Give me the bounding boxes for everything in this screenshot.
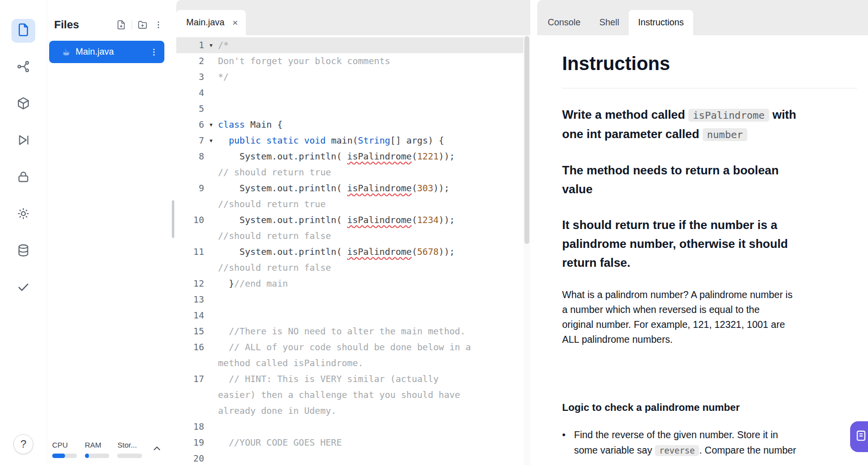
- fold-arrow-icon[interactable]: ▾: [204, 37, 218, 53]
- code-line[interactable]: 4: [176, 85, 530, 101]
- fold-spacer: [204, 180, 218, 196]
- fold-spacer: [204, 403, 218, 419]
- logic-heading: Logic to check a palindrome number: [562, 401, 857, 413]
- code-line[interactable]: 14: [176, 308, 530, 323]
- fold-spacer: [204, 419, 218, 435]
- tab-instructions[interactable]: Instructions: [629, 10, 693, 35]
- code-line[interactable]: 2Don't forget your block comments: [176, 53, 530, 69]
- code-text: // HINT: This is VERY similar (actually: [218, 371, 530, 387]
- code-line[interactable]: 18: [176, 419, 530, 435]
- version-control-button[interactable]: [11, 56, 35, 79]
- fold-spacer: [204, 451, 218, 465]
- code-line[interactable]: 9 System.out.println( isPalindrome(303))…: [176, 180, 530, 196]
- line-number: 2: [176, 53, 204, 69]
- code-line[interactable]: 11 System.out.println( isPalindrome(5678…: [176, 244, 530, 260]
- code-line[interactable]: 19 //YOUR CODE GOES HERE: [176, 435, 530, 451]
- right-pane: Console Shell Instructions Instructions …: [537, 0, 868, 465]
- storage-bar: [117, 454, 142, 458]
- code-editor[interactable]: 1▾/*2Don't forget your block comments3*/…: [176, 35, 530, 465]
- code-line[interactable]: 12 }//end main: [176, 276, 530, 292]
- code-text: /*: [218, 37, 530, 53]
- line-number: 3: [176, 69, 204, 85]
- fold-arrow-icon[interactable]: ▾: [204, 133, 218, 149]
- close-tab-icon[interactable]: ×: [232, 18, 238, 27]
- code-text: [218, 308, 530, 323]
- fold-spacer: [204, 244, 218, 260]
- code-line[interactable]: already done in Udemy.: [176, 403, 530, 419]
- task-statement: Write a method called isPalindrome with …: [562, 105, 857, 144]
- code-text: public static void main(String[] args) {: [218, 133, 530, 149]
- code-line[interactable]: //should return false: [176, 228, 530, 244]
- code-line[interactable]: 1▾/*: [176, 37, 530, 53]
- code-line[interactable]: 15 //There is NO need to alter the main …: [176, 323, 530, 339]
- fold-arrow-icon[interactable]: ▾: [204, 117, 218, 133]
- assistant-button[interactable]: [850, 421, 868, 452]
- database-button[interactable]: [11, 239, 35, 263]
- instructions-heading: Instructions: [562, 53, 857, 75]
- code-line[interactable]: 7▾ public static void main(String[] args…: [176, 133, 530, 149]
- code-line[interactable]: 6▾class Main {: [176, 117, 530, 133]
- code-line[interactable]: 16 // ALL of your code should be done be…: [176, 339, 530, 355]
- code-text: }//end main: [218, 276, 530, 292]
- editor-pane: Main.java × 1▾/*2Don't forget your block…: [176, 0, 530, 465]
- code-line[interactable]: 20: [176, 451, 530, 465]
- file-item-main-java[interactable]: ☕ Main.java: [49, 41, 164, 63]
- new-file-button[interactable]: [113, 17, 129, 33]
- code-line[interactable]: 17 // HINT: This is VERY similar (actual…: [176, 371, 530, 387]
- help-button[interactable]: ?: [13, 434, 33, 454]
- code-line[interactable]: // should return true: [176, 164, 530, 180]
- header-divider: [132, 20, 132, 29]
- code-line[interactable]: easier) then a challenge that you should…: [176, 387, 530, 403]
- code-line[interactable]: 3*/: [176, 69, 530, 85]
- new-folder-button[interactable]: [135, 17, 150, 33]
- editor-tab-title: Main.java: [186, 17, 224, 28]
- panel-resize-handle[interactable]: [170, 0, 176, 465]
- line-number: [176, 387, 204, 403]
- code-line[interactable]: method called isPalindrome.: [176, 355, 530, 371]
- code-line[interactable]: 10 System.out.println( isPalindrome(1234…: [176, 212, 530, 228]
- question-icon: ?: [20, 438, 26, 451]
- code-line[interactable]: 13: [176, 292, 530, 308]
- line-number: 5: [176, 101, 204, 117]
- packages-button[interactable]: [11, 92, 35, 116]
- files-panel: Files ☕ Main.java CPU RAM Stor...: [47, 0, 170, 465]
- file-menu-button[interactable]: [146, 45, 161, 60]
- fold-spacer: [204, 435, 218, 451]
- line-number: [176, 403, 204, 419]
- line-number: 20: [176, 451, 204, 465]
- logic-step: •Find the reverse of the given number. S…: [562, 427, 857, 459]
- code-line[interactable]: //should return true: [176, 196, 530, 212]
- collapse-resources-button[interactable]: [150, 443, 163, 457]
- behavior-statement: It should return true if the number is a…: [562, 216, 857, 272]
- code-line[interactable]: 8 System.out.println( isPalindrome(1221)…: [176, 149, 530, 164]
- bullet-icon: •: [562, 427, 574, 459]
- line-number: 17: [176, 371, 204, 387]
- tab-shell[interactable]: Shell: [590, 10, 629, 35]
- code-line[interactable]: 5: [176, 101, 530, 117]
- fold-spacer: [204, 292, 218, 308]
- tab-console[interactable]: Console: [538, 10, 590, 35]
- editor-tab-main-java[interactable]: Main.java ×: [176, 10, 246, 35]
- secrets-button[interactable]: [11, 166, 35, 190]
- checks-button[interactable]: [11, 276, 35, 300]
- code-text: [218, 451, 530, 465]
- resource-meters: CPU RAM Stor...: [47, 441, 170, 465]
- files-scrollbar-thumb[interactable]: [172, 200, 174, 238]
- java-file-icon: ☕: [62, 47, 70, 57]
- code-line[interactable]: //should return false: [176, 260, 530, 276]
- code-text: //There is NO need to alter the main met…: [218, 323, 530, 339]
- line-number: [176, 228, 204, 244]
- inline-code: number: [703, 128, 747, 141]
- settings-button[interactable]: [11, 203, 35, 227]
- fold-spacer: [204, 212, 218, 228]
- files-menu-button[interactable]: [150, 17, 166, 33]
- run-tests-button[interactable]: [11, 129, 35, 153]
- files-nav-button[interactable]: [11, 19, 35, 43]
- code-lines: 1▾/*2Don't forget your block comments3*/…: [176, 37, 530, 465]
- instructions-content: Instructions Write a method called isPal…: [537, 35, 868, 465]
- editor-scrollbar-thumb[interactable]: [524, 36, 529, 244]
- fold-spacer: [204, 164, 218, 180]
- code-text: System.out.println( isPalindrome(1221));: [218, 149, 530, 164]
- editor-scrollbar[interactable]: [523, 35, 530, 465]
- code-text: class Main {: [218, 117, 530, 133]
